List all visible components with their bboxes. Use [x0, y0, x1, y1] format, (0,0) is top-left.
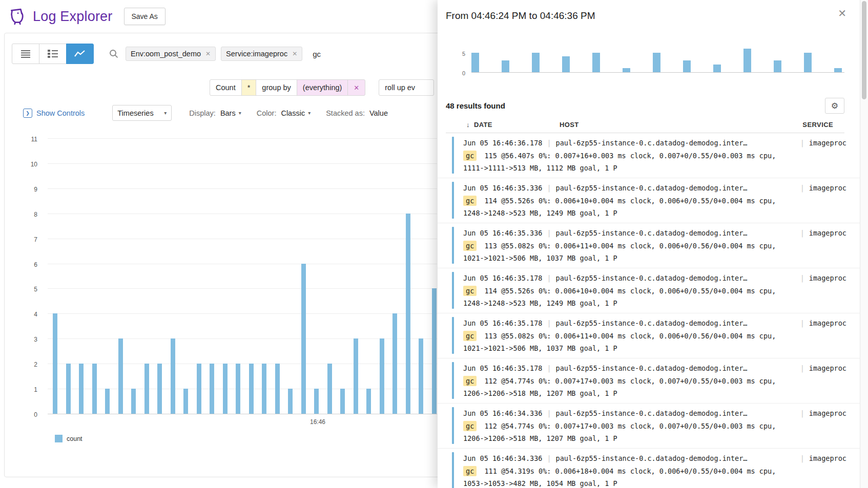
column-date[interactable]: ↓ DATE: [466, 121, 492, 129]
mini-chart-bar[interactable]: [532, 53, 540, 72]
remove-filter-icon[interactable]: ✕: [292, 50, 297, 57]
chart-bar[interactable]: [131, 389, 136, 414]
log-row[interactable]: Jun 05 16:46:35.178 | paul-6zp55-instanc…: [438, 358, 860, 404]
settings-button[interactable]: ⚙: [825, 98, 844, 114]
list-view-button[interactable]: [12, 44, 39, 64]
chart-bar[interactable]: [406, 214, 410, 414]
scrollbar[interactable]: [860, 0, 868, 488]
separator: |: [547, 317, 551, 329]
separator: |: [547, 227, 551, 239]
log-row[interactable]: Jun 05 16:46:34.336 | paul-6zp55-instanc…: [438, 404, 860, 449]
mini-chart-bar[interactable]: [502, 60, 509, 72]
remove-filter-icon[interactable]: ✕: [205, 50, 211, 57]
chart-bar[interactable]: [262, 364, 266, 414]
chart-bar[interactable]: [92, 364, 97, 414]
search-filter-pill[interactable]: Env:oom_post_demo ✕: [126, 47, 216, 61]
log-message-line: gc 112 @54.774s 0%: 0.007+17+0.003 ms cl…: [463, 420, 782, 444]
group-by-value[interactable]: (everything): [297, 79, 348, 96]
chart-bar[interactable]: [223, 364, 228, 414]
measure-select[interactable]: Count: [210, 79, 242, 96]
chart-bar[interactable]: [157, 364, 162, 414]
mini-chart-bar[interactable]: [562, 56, 570, 72]
chart-bar[interactable]: [275, 364, 280, 414]
view-toggle-group: [12, 44, 94, 64]
chart-bar[interactable]: [366, 389, 371, 414]
column-host[interactable]: HOST: [560, 121, 579, 129]
log-host: paul-6zp55-instance-0.c.datadog-demodog.…: [556, 272, 748, 284]
log-date: Jun 05 16:46:34.336: [463, 452, 542, 464]
mini-chart-bar[interactable]: [743, 49, 751, 72]
log-row[interactable]: Jun 05 16:46:35.336 | paul-6zp55-instanc…: [438, 178, 860, 223]
log-badge: gc: [463, 466, 477, 476]
chart-bar[interactable]: [183, 389, 188, 414]
search-filter-pill[interactable]: Service:imageproc ✕: [221, 47, 302, 61]
chart-bar[interactable]: [432, 288, 437, 414]
chart-bar[interactable]: [288, 389, 293, 414]
display-select[interactable]: Bars ▾: [220, 109, 241, 117]
separator: |: [800, 227, 804, 239]
mini-chart-bar[interactable]: [623, 68, 630, 72]
chart-bar[interactable]: [301, 264, 306, 414]
log-row[interactable]: Jun 05 16:46:34.336 | paul-6zp55-instanc…: [438, 449, 860, 488]
chart-bar[interactable]: [419, 338, 423, 414]
chart-view-button[interactable]: [66, 44, 94, 64]
chart-bar[interactable]: [144, 364, 149, 414]
log-row[interactable]: Jun 05 16:46:35.336 | paul-6zp55-instanc…: [438, 223, 860, 268]
color-select[interactable]: Classic ▾: [281, 109, 311, 117]
log-badge: gc: [463, 376, 477, 386]
mini-chart-bar[interactable]: [713, 65, 721, 72]
chart-bar[interactable]: [392, 313, 397, 414]
chart-bar[interactable]: [380, 338, 384, 414]
chart-bar[interactable]: [340, 389, 345, 414]
log-severity-bar: [452, 317, 454, 354]
table-view-button[interactable]: [39, 44, 67, 64]
mini-chart-bar[interactable]: [653, 53, 660, 72]
remove-group-by-button[interactable]: ✕: [347, 79, 365, 96]
panel-header: From 04:46:24 PM to 04:46:36 PM ✕: [438, 0, 860, 23]
mini-chart-plot[interactable]: [471, 49, 844, 73]
chart-bar[interactable]: [327, 364, 332, 414]
viz-type-select[interactable]: Timeseries ▾: [112, 105, 172, 121]
column-service[interactable]: SERVICE: [802, 121, 833, 129]
chart-bar[interactable]: [66, 364, 71, 414]
mini-chart-bar[interactable]: [804, 53, 812, 72]
log-message: 111 @54.319s 0%: 0.006+18+0.004 ms clock…: [463, 467, 776, 487]
log-message: 114 @55.526s 0%: 0.006+10+0.004 ms clock…: [463, 287, 776, 307]
search-query-text[interactable]: gc: [313, 50, 321, 58]
chart-bar[interactable]: [197, 364, 201, 414]
measure-field[interactable]: *: [241, 79, 257, 96]
main-chart-plot[interactable]: 16:46: [48, 139, 437, 414]
mini-chart-bar[interactable]: [471, 53, 479, 72]
chart-bar[interactable]: [354, 338, 358, 414]
chart-bar[interactable]: [79, 364, 84, 414]
mini-chart-bar[interactable]: [683, 60, 691, 72]
datadog-logo[interactable]: [8, 7, 27, 26]
stacked-select[interactable]: Value: [369, 109, 388, 117]
chart-bar[interactable]: [53, 313, 57, 414]
mini-chart-bar[interactable]: [592, 53, 600, 72]
log-host: paul-6zp55-instance-0.c.datadog-demodog.…: [556, 362, 748, 374]
log-message-line: gc 114 @55.526s 0%: 0.006+10+0.004 ms cl…: [463, 285, 782, 309]
rollup-select[interactable]: roll up ev: [379, 79, 434, 96]
log-date: Jun 05 16:46:35.178: [463, 362, 542, 374]
chart-bar[interactable]: [118, 338, 123, 414]
scrollbar-thumb[interactable]: [862, 1, 866, 99]
line-chart-icon: [74, 50, 86, 58]
log-message-line: gc 111 @54.319s 0%: 0.006+18+0.004 ms cl…: [463, 465, 782, 488]
chart-bar[interactable]: [171, 338, 175, 414]
chart-legend[interactable]: count: [55, 435, 82, 442]
search-bar[interactable]: Env:oom_post_demo ✕ Service:imageproc ✕ …: [109, 47, 321, 61]
mini-chart-bar[interactable]: [834, 68, 842, 72]
chart-bar[interactable]: [314, 389, 319, 414]
show-controls-link[interactable]: ❯ Show Controls: [23, 109, 85, 118]
chart-bar[interactable]: [105, 389, 110, 414]
log-row[interactable]: Jun 05 16:46:36.178 | paul-6zp55-instanc…: [438, 133, 860, 178]
mini-chart-bar[interactable]: [774, 60, 781, 72]
chart-bar[interactable]: [249, 364, 254, 414]
chart-bar[interactable]: [236, 364, 240, 414]
log-row[interactable]: Jun 05 16:46:35.178 | paul-6zp55-instanc…: [438, 313, 860, 358]
chart-bar[interactable]: [210, 364, 214, 414]
log-row[interactable]: Jun 05 16:46:35.178 | paul-6zp55-instanc…: [438, 268, 860, 313]
save-as-button[interactable]: Save As: [124, 8, 166, 25]
close-panel-icon[interactable]: ✕: [838, 7, 846, 19]
